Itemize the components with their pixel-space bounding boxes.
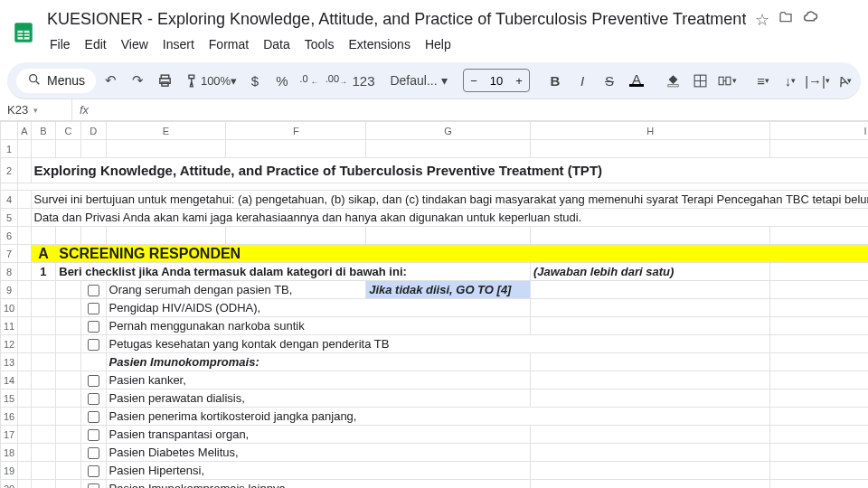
cell[interactable]: Pernah menggunakan narkoba suntik	[106, 317, 530, 335]
row-header[interactable]: 14	[1, 371, 18, 389]
wrap-button[interactable]: |→| ▾	[805, 68, 830, 93]
col-header[interactable]: G	[366, 122, 531, 140]
cloud-icon[interactable]	[802, 9, 818, 30]
cell[interactable]: Pasien Imunokompromais:	[106, 353, 530, 371]
menu-insert[interactable]: Insert	[156, 33, 201, 55]
select-all-corner[interactable]	[1, 122, 18, 140]
row-header[interactable]: 15	[1, 389, 18, 408]
menu-data[interactable]: Data	[257, 33, 297, 55]
col-header[interactable]: A	[18, 122, 31, 140]
col-header[interactable]: D	[80, 122, 106, 140]
row-header[interactable]: 12	[1, 335, 18, 353]
cell[interactable]: Data dan Privasi Anda akan kami jaga ker…	[31, 209, 868, 227]
checkbox[interactable]	[88, 339, 99, 351]
doc-title[interactable]: KUESIONER - Exploring Knowledge, Attitud…	[47, 10, 746, 29]
cell[interactable]: Exploring Knowledge, Attitude, and Pract…	[31, 158, 868, 183]
halign-button[interactable]: ≡ ▾	[750, 68, 776, 93]
col-header[interactable]: H	[530, 122, 770, 140]
cell[interactable]: Pasien penerima kortikosteroid jangka pa…	[106, 408, 770, 426]
percent-button[interactable]: %	[269, 68, 295, 93]
checkbox[interactable]	[88, 375, 99, 387]
row-header[interactable]: 13	[1, 353, 18, 371]
row-header[interactable]: 4	[1, 191, 18, 209]
cell[interactable]: SCREENING RESPONDEN	[56, 245, 868, 263]
checkbox[interactable]	[88, 465, 99, 477]
number-format-button[interactable]: 123	[351, 68, 376, 93]
row-header[interactable]: 16	[1, 408, 18, 426]
checkbox[interactable]	[88, 447, 99, 459]
decrease-font-button[interactable]: −	[464, 70, 484, 91]
name-box[interactable]: K23▾	[0, 99, 72, 120]
col-header[interactable]: I	[770, 122, 868, 140]
row-header[interactable]: 9	[1, 281, 18, 299]
borders-button[interactable]	[687, 68, 712, 93]
increase-decimal-button[interactable]: .00→	[324, 68, 349, 93]
row-header[interactable]: 10	[1, 299, 18, 317]
decrease-decimal-button[interactable]: .0 ←	[297, 68, 322, 93]
increase-font-button[interactable]: +	[509, 70, 529, 91]
checkbox[interactable]	[88, 393, 99, 405]
col-header[interactable]: F	[226, 122, 366, 140]
print-button[interactable]	[152, 68, 177, 93]
cell[interactable]: Pasien kanker,	[106, 371, 530, 389]
row-header[interactable]: 1	[1, 140, 18, 158]
strike-button[interactable]: S	[597, 68, 622, 93]
row-header[interactable]: 17	[1, 426, 18, 444]
font-size-input[interactable]	[484, 74, 509, 88]
cell[interactable]: Pasien transpantasi organ,	[106, 426, 530, 444]
currency-button[interactable]: $	[242, 68, 268, 93]
redo-button[interactable]: ↷	[125, 68, 150, 93]
bold-button[interactable]: B	[542, 68, 568, 93]
cell[interactable]: (Jawaban lebih dari satu)	[530, 263, 770, 281]
cell[interactable]: Pasien perawatan dialisis,	[106, 389, 530, 408]
move-icon[interactable]	[778, 10, 793, 29]
valign-button[interactable]: ↓ ▾	[778, 68, 803, 93]
checkbox[interactable]	[88, 321, 99, 333]
cell[interactable]: A	[31, 245, 56, 263]
checkbox[interactable]	[88, 483, 99, 488]
menu-help[interactable]: Help	[419, 33, 458, 55]
cell[interactable]: Jika tidak diisi, GO TO [4]	[366, 281, 531, 299]
cell[interactable]: Beri checklist jika Anda termasuk dalam …	[56, 263, 531, 281]
menu-edit[interactable]: Edit	[79, 33, 113, 55]
merge-button[interactable]: ▾	[714, 68, 740, 93]
menu-format[interactable]: Format	[203, 33, 255, 55]
sheets-logo[interactable]	[11, 16, 36, 49]
row-header[interactable]: 2	[1, 158, 18, 183]
row-header[interactable]: 7	[1, 245, 18, 263]
cell[interactable]: Petugas kesehatan yang kontak dengan pen…	[106, 335, 770, 353]
checkbox[interactable]	[88, 303, 99, 314]
menu-view[interactable]: View	[115, 33, 155, 55]
cell[interactable]: Pengidap HIV/AIDS (ODHA),	[106, 299, 530, 317]
col-header[interactable]: E	[106, 122, 226, 140]
menu-tools[interactable]: Tools	[298, 33, 341, 55]
row-header[interactable]: 6	[1, 227, 18, 245]
spreadsheet-grid[interactable]: A B C D E F G H I 1 2Exploring Knowledge…	[0, 121, 868, 488]
cell[interactable]: Pasien Imunokompromais lainnya.	[106, 480, 530, 489]
menu-extensions[interactable]: Extensions	[342, 33, 416, 55]
menu-file[interactable]: File	[43, 33, 77, 55]
checkbox[interactable]	[88, 285, 99, 296]
cell[interactable]: 1	[31, 263, 56, 281]
zoom-select[interactable]: 100% ▾	[206, 68, 231, 93]
row-header[interactable]: 20	[1, 480, 18, 489]
star-icon[interactable]: ☆	[755, 10, 769, 30]
row-header[interactable]: 5	[1, 209, 18, 227]
font-select[interactable]: Defaul... ▾	[387, 68, 450, 93]
fill-color-button[interactable]	[660, 68, 685, 93]
row-header[interactable]: 19	[1, 462, 18, 480]
checkbox[interactable]	[88, 411, 99, 423]
col-header[interactable]: B	[31, 122, 56, 140]
col-header[interactable]: C	[56, 122, 81, 140]
italic-button[interactable]: I	[570, 68, 595, 93]
search-menus[interactable]: Menus	[16, 69, 96, 93]
checkbox[interactable]	[88, 429, 99, 441]
row-header[interactable]: 18	[1, 444, 18, 462]
row-header[interactable]: 11	[1, 317, 18, 335]
row-header[interactable]: 8	[1, 263, 18, 281]
undo-button[interactable]: ↶	[98, 68, 123, 93]
cell[interactable]: Orang serumah dengan pasien TB,	[106, 281, 366, 299]
cell[interactable]: Survei ini bertujuan untuk mengetahui: (…	[31, 191, 868, 209]
cell[interactable]: Pasien Hipertensi,	[106, 462, 530, 480]
cell[interactable]: Pasien Diabetes Melitus,	[106, 444, 530, 462]
